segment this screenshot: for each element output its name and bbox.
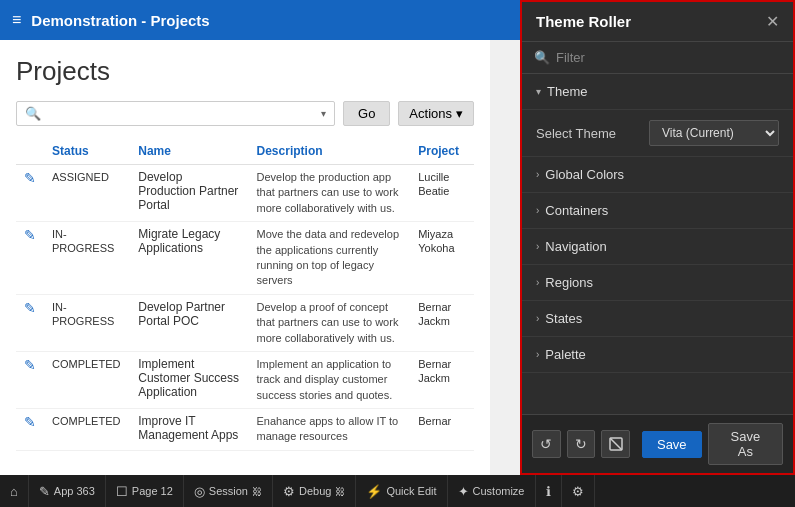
menu-icon[interactable]: ≡ — [12, 11, 21, 29]
edit-icon[interactable]: ✎ — [24, 300, 36, 316]
search-chevron-icon: ▾ — [321, 108, 326, 119]
session-icon: ◎ — [194, 484, 205, 499]
name-cell: Develop Partner Portal POC — [130, 294, 248, 351]
states-chevron-icon: › — [536, 313, 539, 324]
edit-cell[interactable]: ✎ — [16, 294, 44, 351]
status-value: COMPLETED — [52, 415, 120, 427]
search-input[interactable] — [45, 106, 317, 121]
description-value: Move the data and redevelop the applicat… — [257, 228, 400, 286]
palette-label: Palette — [545, 347, 585, 362]
redo-button[interactable]: ↻ — [567, 430, 596, 458]
taskbar-page12[interactable]: ☐ Page 12 — [106, 475, 184, 507]
theme-roller-close-button[interactable]: ✕ — [766, 12, 779, 31]
description-value: Implement an application to track and di… — [257, 358, 393, 401]
save-as-button[interactable]: Save As — [708, 423, 783, 465]
description-cell: Develop the production app that partners… — [249, 165, 411, 222]
regions-section[interactable]: › Regions — [522, 265, 793, 301]
description-cell: Develop a proof of concept that partners… — [249, 294, 411, 351]
states-label: States — [545, 311, 582, 326]
info-icon: ℹ — [546, 484, 551, 499]
description-cell: Implement an application to track and di… — [249, 351, 411, 408]
save-button[interactable]: Save — [642, 431, 702, 458]
page-icon: ☐ — [116, 484, 128, 499]
theme-roller-panel: Theme Roller ✕ 🔍 ▾ Theme Select Theme Vi… — [520, 0, 795, 475]
col-status: Status — [44, 138, 130, 165]
name-cell: Improve IT Management Apps — [130, 409, 248, 451]
taskbar-debug[interactable]: ⚙ Debug ⛓ — [273, 475, 356, 507]
table-row: ✎ COMPLETED Implement Customer Success A… — [16, 351, 474, 408]
taskbar-session[interactable]: ◎ Session ⛓ — [184, 475, 273, 507]
project-cell: Bernar Jackm — [410, 294, 474, 351]
go-button[interactable]: Go — [343, 101, 390, 126]
customize-icon: ✦ — [458, 484, 469, 499]
table-row: ✎ IN-PROGRESS Develop Partner Portal POC… — [16, 294, 474, 351]
navigation-label: Navigation — [545, 239, 606, 254]
status-value: ASSIGNED — [52, 171, 109, 183]
table-row: ✎ IN-PROGRESS Migrate Legacy Application… — [16, 222, 474, 295]
edit-cell[interactable]: ✎ — [16, 222, 44, 295]
taskbar-settings[interactable]: ⚙ — [562, 475, 595, 507]
edit-icon[interactable]: ✎ — [24, 227, 36, 243]
svg-line-1 — [610, 438, 622, 450]
quickedit-icon: ⚡ — [366, 484, 382, 499]
global-colors-chevron-icon: › — [536, 169, 539, 180]
taskbar-customize[interactable]: ✦ Customize — [448, 475, 536, 507]
navigation-section[interactable]: › Navigation — [522, 229, 793, 265]
filter-input[interactable] — [556, 50, 781, 65]
name-cell: Implement Customer Success Application — [130, 351, 248, 408]
debug-link-icon: ⛓ — [335, 486, 345, 497]
actions-label: Actions — [409, 106, 452, 121]
reset-button[interactable] — [601, 430, 630, 458]
main-area: Projects 🔍 ▾ Go Actions ▾ Status Name — [0, 40, 795, 475]
taskbar-quickedit[interactable]: ⚡ Quick Edit — [356, 475, 447, 507]
filter-search-icon: 🔍 — [534, 50, 550, 65]
taskbar-app363[interactable]: ✎ App 363 — [29, 475, 106, 507]
edit-icon[interactable]: ✎ — [24, 414, 36, 430]
theme-roller-filter: 🔍 — [522, 42, 793, 74]
global-colors-section[interactable]: › Global Colors — [522, 157, 793, 193]
containers-section[interactable]: › Containers — [522, 193, 793, 229]
theme-section-label: Theme — [547, 84, 587, 99]
app363-label: App 363 — [54, 485, 95, 497]
description-cell: Move the data and redevelop the applicat… — [249, 222, 411, 295]
col-project: Project — [410, 138, 474, 165]
table-header-row: Status Name Description Project — [16, 138, 474, 165]
debug-icon: ⚙ — [283, 484, 295, 499]
states-section[interactable]: › States — [522, 301, 793, 337]
name-cell: Develop Production Partner Portal — [130, 165, 248, 222]
actions-button[interactable]: Actions ▾ — [398, 101, 474, 126]
theme-select[interactable]: Vita (Current) — [649, 120, 779, 146]
name-value: Develop Production Partner Portal — [138, 170, 238, 212]
col-edit — [16, 138, 44, 165]
palette-chevron-icon: › — [536, 349, 539, 360]
theme-chevron-icon: ▾ — [536, 86, 541, 97]
table-wrap: Status Name Description Project ✎ ASSIGN… — [16, 138, 474, 451]
navigation-chevron-icon: › — [536, 241, 539, 252]
edit-cell[interactable]: ✎ — [16, 409, 44, 451]
taskbar-info[interactable]: ℹ — [536, 475, 562, 507]
table-row: ✎ ASSIGNED Develop Production Partner Po… — [16, 165, 474, 222]
project-value: Miyaza Yokoha — [418, 228, 454, 254]
edit-cell[interactable]: ✎ — [16, 165, 44, 222]
project-cell: Miyaza Yokoha — [410, 222, 474, 295]
taskbar-home[interactable]: ⌂ — [0, 475, 29, 507]
undo-button[interactable]: ↺ — [532, 430, 561, 458]
theme-roller-header: Theme Roller ✕ — [522, 2, 793, 42]
project-cell: Lucille Beatie — [410, 165, 474, 222]
page12-label: Page 12 — [132, 485, 173, 497]
edit-cell[interactable]: ✎ — [16, 351, 44, 408]
palette-section[interactable]: › Palette — [522, 337, 793, 373]
taskbar: ⌂ ✎ App 363 ☐ Page 12 ◎ Session ⛓ ⚙ Debu… — [0, 475, 795, 507]
theme-section-header[interactable]: ▾ Theme — [522, 74, 793, 110]
col-description: Description — [249, 138, 411, 165]
containers-label: Containers — [545, 203, 608, 218]
search-input-wrap[interactable]: 🔍 ▾ — [16, 101, 335, 126]
project-value: Bernar Jackm — [418, 358, 451, 384]
name-value: Migrate Legacy Applications — [138, 227, 220, 255]
project-cell: Bernar Jackm — [410, 351, 474, 408]
regions-label: Regions — [545, 275, 593, 290]
edit-icon[interactable]: ✎ — [24, 170, 36, 186]
edit-icon[interactable]: ✎ — [24, 357, 36, 373]
actions-chevron-icon: ▾ — [456, 106, 463, 121]
status-value: IN-PROGRESS — [52, 228, 114, 254]
